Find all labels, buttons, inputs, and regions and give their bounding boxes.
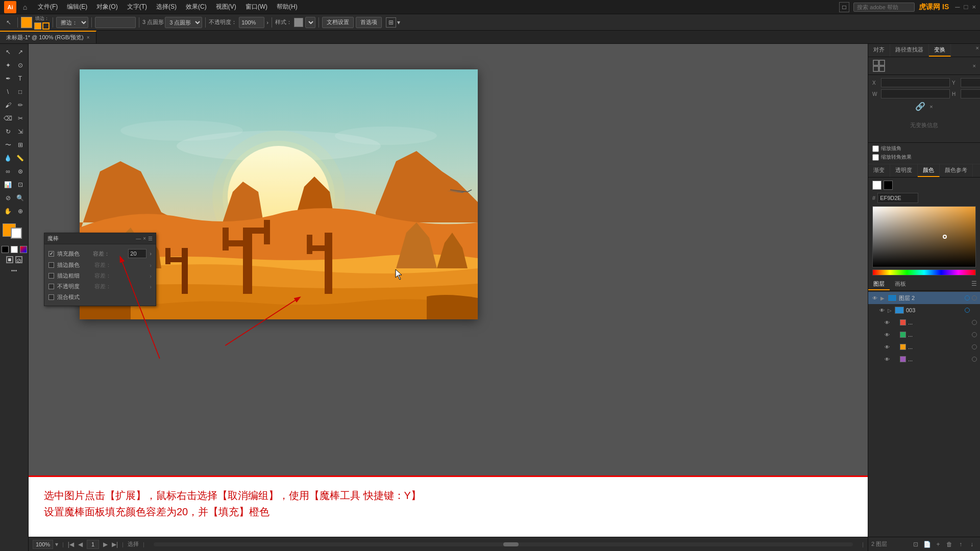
- zoom-tool-2[interactable]: ⊕: [15, 205, 26, 217]
- magic-wand-tool[interactable]: ✦: [3, 59, 14, 71]
- hand-tool[interactable]: ✋: [3, 205, 14, 217]
- layer-item[interactable]: 👁 ...: [868, 329, 980, 341]
- stroke-color-checkbox[interactable]: [48, 262, 54, 268]
- menu-edit[interactable]: 编辑(E): [63, 2, 91, 12]
- tab-artboards[interactable]: 画板: [890, 279, 911, 290]
- stroke-fill-icon[interactable]: [34, 22, 41, 30]
- transform-y-input[interactable]: [961, 78, 980, 87]
- menu-view[interactable]: 视图(V): [212, 2, 240, 12]
- blend-tool[interactable]: ∞: [3, 165, 14, 178]
- arrange-icon[interactable]: ⊞: [386, 17, 396, 28]
- minimize-btn[interactable]: ─: [955, 3, 960, 11]
- page-input[interactable]: [87, 540, 99, 549]
- transform-w-input[interactable]: [881, 89, 950, 98]
- layer-item[interactable]: 👁 ...: [868, 316, 980, 329]
- canvas-area[interactable]: 魔棒 — × ☰ 填充颜色 容差： ›: [29, 44, 868, 551]
- line-tool[interactable]: \: [3, 86, 14, 98]
- last-page-btn[interactable]: ▶|: [112, 541, 118, 548]
- measure-tool[interactable]: 📏: [15, 152, 26, 164]
- prev-page-btn[interactable]: ◀: [78, 541, 83, 548]
- transform-options-icon[interactable]: ×: [929, 104, 933, 110]
- home-icon[interactable]: ⌂: [19, 2, 31, 13]
- zoom-input[interactable]: [33, 540, 53, 549]
- help-search-input[interactable]: [853, 3, 915, 12]
- layer-item[interactable]: 👁 ...: [868, 341, 980, 353]
- tab-transparency[interactable]: 透明度: [890, 164, 918, 177]
- eyedropper-tool[interactable]: 💧: [3, 152, 14, 164]
- bottom-scrollbar[interactable]: [154, 542, 853, 546]
- stroke-icon[interactable]: [42, 22, 50, 30]
- tab-transform[interactable]: 变换: [929, 44, 951, 57]
- opacity-checkbox[interactable]: [48, 284, 54, 289]
- tab-gradient[interactable]: 渐变: [868, 164, 890, 177]
- zoom-tool[interactable]: 🔍: [15, 192, 26, 204]
- transform-h-input[interactable]: [961, 89, 980, 98]
- link-icon[interactable]: 🔗: [915, 102, 925, 111]
- document-tab[interactable]: 未标题-1* @ 100% (RGB/预览) ×: [0, 31, 96, 43]
- white-swatch[interactable]: [872, 181, 881, 190]
- scissors-tool[interactable]: ✂: [15, 112, 26, 124]
- select-tool[interactable]: ↖: [3, 46, 14, 58]
- layer-visibility-btn[interactable]: 👁: [871, 294, 878, 302]
- panel-menu-btn[interactable]: ☰: [148, 236, 153, 241]
- black-swatch[interactable]: [884, 181, 893, 190]
- style-select[interactable]: [305, 17, 315, 28]
- make-comp-btn[interactable]: ⊡: [911, 539, 921, 549]
- chevron-down-icon[interactable]: ▾: [397, 19, 400, 26]
- more-tools-btn[interactable]: •••: [11, 267, 17, 273]
- menu-file[interactable]: 文件(F): [34, 2, 62, 12]
- panel-close-btn[interactable]: ×: [143, 236, 146, 241]
- warp-tool[interactable]: 〜: [3, 139, 14, 151]
- blend-mode-select[interactable]: 擦边：: [56, 17, 88, 28]
- artboard-tool[interactable]: ⊡: [15, 179, 26, 191]
- opacity-input[interactable]: [239, 17, 264, 28]
- shape-tool[interactable]: □: [15, 86, 26, 98]
- doc-settings-button[interactable]: 文档设置: [322, 17, 354, 28]
- layer-expand-btn[interactable]: ▷: [888, 308, 893, 313]
- menu-text[interactable]: 文字(T): [123, 2, 151, 12]
- layer-visibility-btn[interactable]: 👁: [884, 331, 891, 338]
- tab-color-ref[interactable]: 颜色参考: [940, 164, 973, 177]
- layer-item[interactable]: 👁 ▶ 图层 2: [868, 292, 980, 304]
- stroke-swatch[interactable]: [11, 228, 22, 239]
- move-up-btn[interactable]: ↑: [955, 539, 966, 549]
- tab-pathfinder[interactable]: 路径查找器: [890, 44, 929, 57]
- tab-close-button[interactable]: ×: [87, 35, 90, 40]
- paintbrush-tool[interactable]: 🖌: [3, 99, 14, 111]
- first-page-btn[interactable]: |◀: [68, 541, 74, 548]
- fill-color-swatch[interactable]: [21, 17, 32, 28]
- type-tool[interactable]: T: [15, 72, 26, 85]
- preferences-button[interactable]: 首选项: [356, 17, 382, 28]
- transform-x-input[interactable]: [881, 78, 950, 87]
- stroke-width-checkbox[interactable]: [48, 273, 54, 279]
- none-fill-btn[interactable]: ⊘: [15, 256, 22, 263]
- tab-layers[interactable]: 图层: [868, 279, 890, 290]
- rotate-tool[interactable]: ↻: [3, 126, 14, 138]
- slice-tool[interactable]: ⊘: [3, 192, 14, 204]
- pen-tool[interactable]: ✒: [3, 72, 14, 85]
- scale-strokes-checkbox[interactable]: [872, 145, 879, 152]
- width-input[interactable]: [95, 17, 136, 28]
- fill-tolerance-input[interactable]: [128, 249, 146, 258]
- opacity-expand[interactable]: ›: [266, 19, 268, 26]
- column-chart-tool[interactable]: 📊: [3, 179, 14, 191]
- tab-align[interactable]: 对齐: [868, 44, 890, 57]
- lasso-tool[interactable]: ⊙: [15, 59, 26, 71]
- zoom-dropdown-btn[interactable]: ▾: [55, 541, 58, 548]
- scale-tool[interactable]: ⇲: [15, 126, 26, 138]
- color-spectrum[interactable]: [872, 206, 976, 267]
- transform-close-btn[interactable]: ×: [973, 63, 976, 69]
- maximize-btn[interactable]: □: [964, 3, 968, 11]
- layer-item[interactable]: 👁 ▷ 003: [868, 304, 980, 316]
- layer-visibility-btn[interactable]: 👁: [878, 307, 886, 314]
- pencil-tool[interactable]: ✏: [15, 99, 26, 111]
- layer-expand-btn[interactable]: ▶: [880, 295, 886, 301]
- layer-visibility-btn[interactable]: 👁: [884, 343, 891, 350]
- menu-object[interactable]: 对象(O): [92, 2, 121, 12]
- style-swatch[interactable]: [294, 18, 303, 27]
- close-btn[interactable]: ×: [972, 3, 976, 11]
- fill-tolerance-arrow[interactable]: ›: [150, 251, 152, 257]
- delete-layer-btn[interactable]: 🗑: [944, 539, 954, 549]
- move-down-btn[interactable]: ↓: [967, 539, 977, 549]
- panel-minimize-btn[interactable]: —: [136, 236, 141, 241]
